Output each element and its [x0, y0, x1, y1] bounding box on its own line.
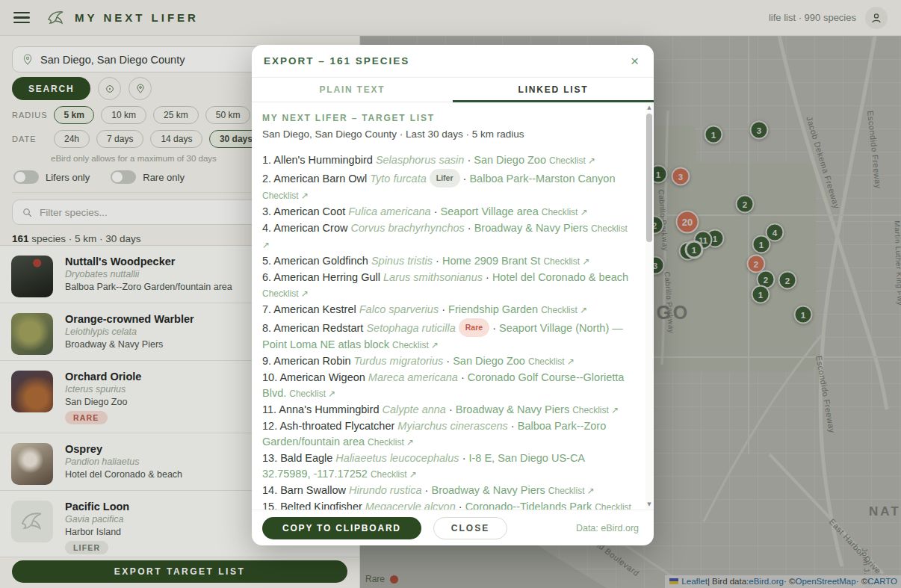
item-scientific-name: Myiarchus cinerascens [397, 420, 507, 432]
date-pills: 24h7 days14 days30 days [54, 130, 262, 148]
attribution-text: | Bird data: [708, 577, 749, 586]
item-separator: · [446, 403, 456, 415]
copy-to-clipboard-button[interactable]: COPY TO CLIPBOARD [262, 517, 421, 539]
item-common-name: American Goldfinch [273, 255, 371, 267]
attribution-text: · © [856, 577, 868, 586]
item-number: 5. [262, 255, 273, 267]
item-checklist-link[interactable]: Checklist ↗ [262, 288, 309, 299]
item-checklist-link[interactable]: Checklist ↗ [368, 437, 414, 448]
item-location-link[interactable]: San Diego Zoo [453, 355, 525, 367]
item-checklist-link[interactable]: Checklist ↗ [392, 340, 439, 350]
map-marker[interactable]: 1 [752, 235, 771, 254]
attribution-link[interactable]: OpenStreetMap [795, 577, 855, 586]
item-location-link[interactable]: San Diego Zoo [474, 154, 546, 166]
map-marker[interactable]: 2 [778, 271, 797, 290]
scrollbar-thumb[interactable] [646, 114, 652, 242]
attribution-link[interactable]: Leaflet [681, 577, 708, 586]
species-name: Orchard Oriole [65, 371, 141, 383]
item-separator: · [489, 322, 499, 334]
species-name: Osprey [65, 443, 182, 455]
item-common-name: American Crow [273, 222, 350, 234]
map-marker[interactable]: 1 [794, 306, 813, 324]
date-pill-7-days[interactable]: 7 days [96, 130, 143, 148]
species-photo [11, 313, 53, 355]
map-marker[interactable]: 1 [705, 126, 723, 144]
item-checklist-link[interactable]: Checklist ↗ [541, 305, 587, 315]
export-list-item: 12. Ash-throated Flycatcher Myiarchus ci… [262, 418, 634, 451]
scroll-down-icon[interactable]: ▼ [645, 501, 653, 507]
attribution-link[interactable]: eBird.org [749, 577, 784, 586]
export-target-list-button[interactable]: EXPORT TARGET LIST [12, 560, 347, 583]
user-avatar[interactable] [865, 7, 888, 29]
item-checklist-link[interactable]: Checklist ↗ [542, 207, 588, 217]
export-bar: EXPORT TARGET LIST [0, 557, 359, 588]
date-pill-24h[interactable]: 24h [54, 130, 90, 148]
species-scientific-name: Gavia pacifica [65, 514, 129, 524]
item-common-name: Barn Swallow [280, 484, 349, 496]
export-list-item: 6. American Herring Gull Larus smithsoni… [262, 270, 634, 302]
hamburger-menu-icon[interactable] [13, 12, 30, 24]
toggle-label: Rare only [143, 172, 185, 183]
item-location-link[interactable]: Hotel del Coronado & beach [492, 271, 628, 283]
item-location-link[interactable]: Broadway & Navy Piers [474, 222, 588, 234]
tab-linked-list[interactable]: LINKED LIST [453, 78, 654, 102]
map-marker[interactable]: 20 [676, 211, 699, 234]
date-label: DATE [12, 134, 48, 143]
map-marker[interactable]: 2 [736, 195, 755, 214]
radius-pill-5-km[interactable]: 5 km [54, 106, 94, 124]
map-marker[interactable]: 3 [750, 121, 769, 140]
item-location-link[interactable]: Home 2909 Brant St [442, 255, 540, 267]
scroll-up-icon[interactable]: ▲ [645, 105, 653, 111]
item-checklist-link[interactable]: Checklist ↗ [572, 405, 619, 415]
item-checklist-link[interactable]: Checklist ↗ [548, 486, 595, 496]
item-checklist-link[interactable]: Checklist ↗ [543, 256, 589, 267]
item-separator: · [459, 452, 469, 464]
item-checklist-link[interactable]: Checklist ↗ [371, 469, 417, 480]
item-scientific-name: Turdus migratorius [354, 355, 444, 367]
item-common-name: American Coot [273, 205, 348, 217]
item-location-link[interactable]: Friendship Garden [448, 303, 538, 315]
radius-pill-10-km[interactable]: 10 km [101, 106, 146, 124]
map-marker[interactable]: 1 [752, 285, 770, 304]
item-checklist-link[interactable]: Checklist ↗ [262, 191, 309, 201]
date-pill-14-days[interactable]: 14 days [150, 130, 202, 148]
radius-pill-25-km[interactable]: 25 km [153, 106, 199, 124]
item-checklist-link[interactable]: Checklist ↗ [289, 389, 335, 399]
search-button[interactable]: SEARCH [12, 77, 90, 100]
item-location-link[interactable]: Balboa Park--Marston Canyon [469, 173, 615, 185]
item-location-link[interactable]: Seaport Village area [441, 205, 539, 217]
map-pin-button[interactable] [129, 77, 152, 100]
tab-plain-text[interactable]: PLAIN TEXT [252, 78, 453, 102]
item-location-link[interactable]: Broadway & Navy Piers [431, 484, 545, 496]
item-scientific-name: Selasphorus sasin [376, 154, 465, 166]
item-checklist-link[interactable]: Checklist ↗ [549, 155, 595, 166]
item-scientific-name: Falco sparverius [359, 303, 439, 315]
item-location-link[interactable]: Broadway & Navy Piers [456, 403, 569, 415]
item-common-name: American Barn Owl [273, 173, 370, 185]
species-scientific-name: Pandion haliaetus [65, 457, 182, 467]
item-number: 9. [262, 355, 273, 367]
toggle-track [13, 170, 39, 184]
item-number: 11. [262, 403, 279, 415]
map-marker[interactable]: 3 [672, 167, 690, 186]
radius-label: RADIUS [12, 111, 48, 120]
item-common-name: Anna's Hummingbird [279, 403, 382, 415]
close-button[interactable]: CLOSE [433, 517, 507, 539]
item-number: 15. [262, 501, 280, 510]
item-number: 7. [262, 303, 273, 315]
item-location-link[interactable]: Coronado--Tidelands Park [465, 501, 592, 510]
item-number: 3. [262, 205, 273, 217]
map-marker[interactable]: 1 [685, 241, 704, 259]
item-separator: · [456, 501, 465, 510]
item-checklist-link[interactable]: Checklist ↗ [528, 356, 575, 367]
locate-me-button[interactable] [98, 77, 121, 100]
export-list-item: 15. Belted Kingfisher Megaceryle alcyon … [262, 499, 634, 510]
item-separator: · [464, 154, 474, 166]
toggle-lifers-only[interactable]: Lifers only [13, 170, 90, 184]
modal-scrollbar[interactable]: ▲ ▼ [645, 103, 653, 509]
attribution-link[interactable]: CARTO [867, 577, 897, 586]
radius-pill-50-km[interactable]: 50 km [205, 106, 251, 124]
close-icon[interactable]: × [631, 54, 639, 68]
species-name: Nuttall's Woodpecker [65, 256, 232, 267]
toggle-rare-only[interactable]: Rare only [111, 170, 185, 184]
